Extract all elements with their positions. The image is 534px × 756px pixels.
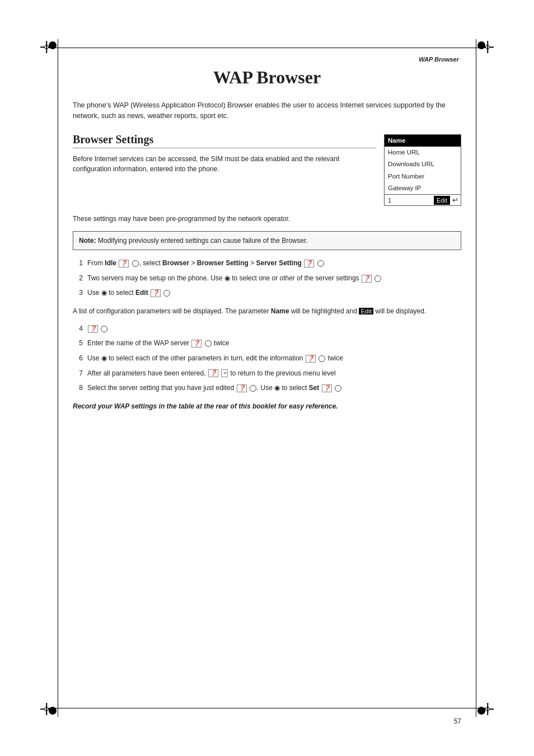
note-label: Note: [79, 237, 96, 245]
step-3: 3 Use ◉ to select Edit ❓ [73, 288, 461, 298]
step-8-text: Select the server setting that you have … [87, 383, 461, 393]
step-1-text: From Idle ❓ , select Browser > Browser S… [87, 258, 461, 269]
phone-menu-back-button: ↵ [450, 195, 461, 205]
section-before-text: Before Internet services can be accessed… [73, 154, 376, 175]
vline-left [58, 39, 58, 717]
step8b-circle [335, 385, 341, 392]
phone-menu-item-gatewayip: Gateway IP [385, 182, 461, 194]
step7-icon: ❓ [208, 369, 218, 377]
page: 57 WAP Browser WAP Browser The phone's W… [0, 0, 534, 756]
step-1-num: 1 [73, 258, 83, 269]
step-6-text: Use ◉ to select each of the other parame… [87, 353, 461, 364]
note-box: Note: Modifying previously entered setti… [73, 231, 461, 251]
step-7-text: After all parameters have been entered, … [87, 368, 461, 379]
step-4-text: ❓ [87, 323, 461, 334]
intro-text: The phone's WAP (Wireless Application Pr… [73, 100, 461, 122]
server-setting-icon: ❓ [304, 260, 314, 267]
phone-menu-item-name: Name [385, 135, 461, 147]
step6-circle [318, 355, 325, 362]
step8b-icon: ❓ [322, 384, 332, 392]
page-number: 57 [454, 717, 461, 725]
phone-menu-item-downloadsurl: Downloads URL [385, 158, 461, 170]
phone-menu-footer: 1 Edit ↵ [385, 194, 461, 205]
dot-top-right [477, 41, 485, 49]
browser-settings-section: Browser Settings Before Internet service… [73, 133, 461, 206]
step7-back-icon: ⬅ [221, 369, 228, 377]
steps-list: 1 From Idle ❓ , select Browser > Browser… [73, 258, 461, 298]
step-7-num: 7 [73, 368, 83, 379]
italic-note: Record your WAP settings in the table at… [73, 401, 461, 412]
edit-highlight: Edit [359, 308, 373, 314]
step-2: 2 Two servers may be setup on the phone.… [73, 273, 461, 284]
step6-icon: ❓ [306, 355, 316, 363]
section-heading: Browser Settings [73, 133, 376, 148]
step3-icon: ❓ [151, 289, 161, 297]
step5-circle [205, 340, 212, 347]
select-circle-1 [132, 260, 139, 267]
note-text: Modifying previously entered settings ca… [98, 237, 308, 245]
step2-icon: ❓ [362, 275, 372, 283]
step-5-num: 5 [73, 338, 83, 349]
dot-bottom-left [49, 707, 57, 715]
step-4-num: 4 [73, 323, 83, 334]
step-6-num: 6 [73, 353, 83, 364]
idle-icon: ❓ [119, 260, 129, 267]
step2-circle [374, 275, 381, 282]
page-title: WAP Browser [73, 67, 461, 88]
step-1: 1 From Idle ❓ , select Browser > Browser… [73, 258, 461, 269]
phone-menu-number: 1 [385, 196, 434, 205]
section-left: Browser Settings Before Internet service… [73, 133, 376, 175]
step-3-num: 3 [73, 288, 83, 298]
step-3-text: Use ◉ to select Edit ❓ [87, 288, 461, 298]
select-circle-2 [317, 260, 324, 267]
section-preprogrammed-text: These settings may have been pre-program… [73, 214, 461, 224]
dot-bottom-right [477, 707, 485, 715]
step-4: 4 ❓ [73, 323, 461, 334]
step-2-num: 2 [73, 273, 83, 284]
step-2-text: Two servers may be setup on the phone. U… [87, 273, 461, 284]
phone-menu-edit-button: Edit [434, 196, 450, 205]
vline-right [476, 39, 476, 717]
step3-circle [163, 290, 170, 297]
between-step-note: A list of configuration parameters will … [73, 306, 461, 317]
step-5: 5 Enter the name of the WAP server ❓ twi… [73, 338, 461, 349]
phone-menu-item-portnumber: Port Number [385, 171, 461, 182]
step-5-text: Enter the name of the WAP server ❓ twice [87, 338, 461, 349]
step-7: 7 After all parameters have been entered… [73, 368, 461, 379]
steps-list-2: 4 ❓ 5 Enter the name of the WAP server ❓… [73, 323, 461, 393]
hline-top [45, 48, 489, 48]
step4-icon: ❓ [88, 325, 98, 333]
step-6: 6 Use ◉ to select each of the other para… [73, 353, 461, 364]
step-8-num: 8 [73, 383, 83, 393]
step8-circle [250, 385, 256, 392]
step-8: 8 Select the server setting that you hav… [73, 383, 461, 393]
dot-top-left [49, 41, 57, 49]
content-area: WAP Browser WAP Browser The phone's WAP … [73, 56, 461, 700]
phone-menu-item-homeurl: Home URL [385, 147, 461, 158]
hline-bottom [45, 708, 489, 708]
phone-menu: Name Home URL Downloads URL Port Number … [384, 134, 461, 206]
page-header-label: WAP Browser [73, 56, 461, 63]
step5-icon: ❓ [191, 340, 202, 348]
step4-circle [101, 326, 107, 332]
step8-icon: ❓ [237, 384, 247, 392]
